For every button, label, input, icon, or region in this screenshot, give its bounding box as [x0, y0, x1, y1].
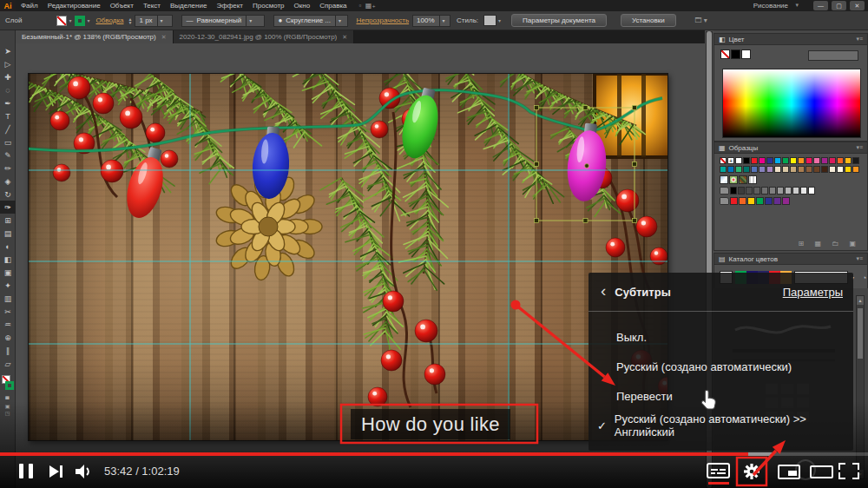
swatch[interactable]	[782, 197, 790, 205]
swatch[interactable]	[808, 187, 815, 195]
swatch[interactable]	[798, 166, 805, 173]
swatch[interactable]	[821, 166, 828, 173]
swatch[interactable]	[747, 197, 755, 205]
subtitles-menu-title[interactable]: Субтитры	[615, 286, 670, 299]
swatch[interactable]	[748, 175, 757, 184]
workspace-switcher[interactable]: Рисование	[753, 2, 788, 10]
pause-button[interactable]	[29, 464, 33, 478]
minimize-button[interactable]: —	[813, 1, 828, 10]
swatch[interactable]	[829, 157, 836, 164]
preferences-button[interactable]: Установки	[621, 14, 676, 27]
menubar-item-справка[interactable]: Справка	[319, 2, 346, 10]
progress-bar[interactable]	[0, 452, 868, 456]
stroke-link[interactable]: Обводка	[95, 16, 123, 24]
menubar-item-файл[interactable]: Файл	[21, 2, 38, 10]
swatch[interactable]	[785, 187, 792, 195]
tool-2[interactable]: ✚	[0, 70, 16, 83]
tool-18[interactable]: ✦	[0, 279, 16, 292]
tool-6[interactable]: ╱	[0, 122, 16, 135]
tool-17[interactable]: ▣	[0, 266, 16, 279]
swatch[interactable]	[766, 157, 773, 164]
tool-13[interactable]: ⊞	[0, 214, 16, 227]
menubar-item-эффект[interactable]: Эффект	[216, 2, 243, 10]
swatch[interactable]	[782, 166, 789, 173]
tool-12[interactable]: ✑	[0, 201, 16, 214]
volume-button[interactable]	[75, 463, 94, 480]
tool-20[interactable]: ✂	[0, 305, 16, 318]
menubar-item-текст[interactable]: Текст	[143, 2, 161, 10]
opacity-dropdown[interactable]: 100%▾	[412, 15, 450, 27]
subtitle-option-3[interactable]: Перевести	[589, 381, 853, 411]
swatch[interactable]	[751, 157, 758, 164]
swatch[interactable]	[766, 166, 773, 173]
back-chevron-icon[interactable]: ‹	[601, 281, 606, 300]
swatch[interactable]	[729, 175, 738, 184]
swatch[interactable]	[774, 166, 781, 173]
tool-11[interactable]: ↻	[0, 188, 16, 201]
limit-colors-icon[interactable]: ◔	[862, 274, 866, 282]
menubar-item-выделение[interactable]: Выделение	[170, 2, 207, 10]
tool-10[interactable]: ◈	[0, 175, 16, 188]
document-setup-button[interactable]: Параметры документа	[511, 14, 607, 27]
style-chip[interactable]	[483, 15, 496, 26]
swatch[interactable]	[730, 197, 738, 205]
swatch[interactable]	[773, 197, 781, 205]
swatch[interactable]	[829, 166, 836, 173]
subtitle-option-1[interactable]: Выкл.	[589, 322, 853, 352]
color-white-swatch[interactable]	[741, 49, 751, 59]
swatch[interactable]	[806, 166, 812, 173]
swatch[interactable]	[761, 187, 768, 195]
panel-menu-icon[interactable]: ▾≡	[856, 36, 863, 43]
swatch[interactable]	[720, 157, 727, 164]
tool-3[interactable]: ◌	[0, 83, 16, 96]
style-caret-icon[interactable]: ▾	[498, 17, 501, 23]
swatch[interactable]	[782, 157, 789, 164]
tool-15[interactable]: ◐	[0, 240, 16, 253]
stroke-color-chip[interactable]	[75, 16, 85, 26]
swatches-actions[interactable]: ⊞ ▦ 🗀 ▣	[799, 240, 861, 247]
pause-button[interactable]	[19, 464, 23, 478]
swatch[interactable]	[800, 187, 807, 195]
swatch[interactable]	[738, 187, 745, 195]
swatch[interactable]	[837, 166, 844, 173]
swatch[interactable]	[774, 157, 781, 164]
swatch[interactable]	[735, 157, 742, 164]
tool-4[interactable]: ✒	[0, 96, 16, 109]
close-button[interactable]: ✕	[850, 1, 865, 10]
swatch[interactable]	[813, 157, 820, 164]
swatch[interactable]	[821, 157, 828, 164]
swatch[interactable]	[790, 166, 797, 173]
swatch[interactable]	[813, 166, 820, 173]
tool-21[interactable]: ♒	[0, 318, 16, 331]
tool-0[interactable]: ➤	[0, 44, 16, 57]
brush-definition-dropdown[interactable]: ●Скругление ...▾	[273, 15, 348, 27]
swatch[interactable]	[759, 157, 766, 164]
document-tab-1[interactable]: Безымянный-1* @ 138% (RGB/Просмотр)✕	[16, 30, 174, 43]
color-none-swatch[interactable]	[720, 49, 730, 59]
width-profile-dropdown[interactable]: —Равномерный▾	[181, 15, 265, 27]
swatch[interactable]	[727, 166, 734, 173]
next-button[interactable]	[49, 465, 59, 478]
arrange-documents-icon[interactable]: ▫ ▦₊	[359, 2, 376, 10]
swatch[interactable]	[743, 166, 750, 173]
tool-9[interactable]: ✏	[0, 162, 16, 175]
theater-mode-button[interactable]	[810, 465, 833, 478]
tool-1[interactable]: ▷	[0, 57, 16, 70]
restore-button[interactable]: ▢	[832, 1, 846, 10]
tab-close-icon[interactable]: ✕	[161, 34, 167, 41]
menubar-item-просмотр[interactable]: Просмотр	[253, 2, 285, 10]
menubar-item-редактирование[interactable]: Редактирование	[48, 2, 101, 10]
tool-16[interactable]: ◧	[0, 253, 16, 266]
subtitle-option-2[interactable]: Русский (создано автоматически)	[589, 352, 853, 381]
swatch[interactable]: +	[727, 157, 734, 164]
swatch[interactable]	[720, 175, 728, 184]
subtitles-toggle-button[interactable]	[707, 463, 730, 478]
opacity-link[interactable]: Непрозрачность	[356, 16, 409, 24]
swatch-group-folder-icon[interactable]	[720, 197, 729, 205]
swatch[interactable]	[730, 187, 737, 195]
toolbar-fill-stroke[interactable]	[0, 373, 16, 396]
symbol-icon[interactable]: 🗔 ▾	[695, 16, 707, 24]
swatch[interactable]	[852, 157, 859, 164]
swatch[interactable]	[720, 166, 727, 173]
swatch[interactable]	[852, 166, 859, 173]
